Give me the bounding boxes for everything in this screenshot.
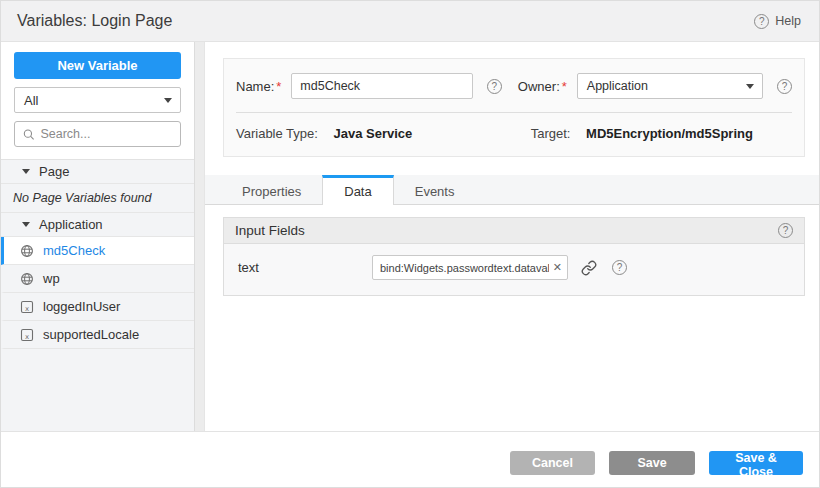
- save-button[interactable]: Save: [609, 451, 695, 475]
- page-variables-empty-text: No Page Variables found: [1, 184, 194, 213]
- search-input[interactable]: [40, 127, 172, 141]
- variable-meta-panel: Name:* Owner:* Application: [223, 58, 805, 157]
- tree-group-page[interactable]: Page: [1, 160, 194, 184]
- input-fields-title: Input Fields: [235, 223, 305, 238]
- input-fields-section: Input Fields text bind:Widgets.passwordt…: [223, 217, 805, 296]
- service-variable-icon: [20, 272, 34, 286]
- variable-type-label: Variable Type:: [236, 126, 318, 141]
- static-variable-icon: x: [20, 328, 34, 342]
- search-box: [14, 121, 181, 147]
- cancel-button[interactable]: Cancel: [510, 451, 595, 475]
- sidebar-scrollbar[interactable]: [194, 42, 205, 431]
- group-label: Application: [39, 217, 103, 232]
- search-icon: [23, 128, 34, 141]
- clear-binding-icon[interactable]: [553, 261, 562, 274]
- group-label: Page: [39, 164, 69, 179]
- field-help-icon[interactable]: [612, 260, 627, 275]
- owner-selected-value: Application: [587, 79, 648, 93]
- collapse-arrow-icon: [22, 169, 30, 174]
- bind-link-icon[interactable]: [581, 260, 597, 276]
- variable-type-pair: Variable Type: Java Service: [236, 126, 531, 141]
- chevron-down-icon: [164, 98, 172, 103]
- variable-item-loggedinuser[interactable]: x loggedInUser: [1, 293, 194, 321]
- owner-select[interactable]: Application: [577, 73, 763, 99]
- new-variable-button[interactable]: New Variable: [14, 52, 181, 79]
- main-panel: Name:* Owner:* Application: [205, 42, 819, 431]
- dialog-header: Variables: Login Page Help: [1, 1, 819, 42]
- input-fields-help-icon[interactable]: [778, 223, 793, 238]
- collapse-arrow-icon: [22, 222, 30, 227]
- type-target-row: Variable Type: Java Service Target: MD5E…: [224, 113, 804, 156]
- name-owner-row: Name:* Owner:* Application: [224, 59, 804, 112]
- variable-label: wp: [43, 271, 60, 286]
- variable-item-supportedlocale[interactable]: x supportedLocale: [1, 321, 194, 349]
- help-label: Help: [775, 14, 801, 28]
- input-fields-header: Input Fields: [224, 218, 804, 244]
- target-pair: Target: MD5Encryption/md5Spring: [531, 126, 753, 141]
- tab-properties[interactable]: Properties: [221, 175, 322, 204]
- variable-label: md5Check: [43, 243, 105, 258]
- dialog-footer: Cancel Save Save & Close: [1, 431, 819, 488]
- page-title: Variables: Login Page: [17, 12, 172, 30]
- variable-label: loggedInUser: [43, 299, 120, 314]
- static-variable-icon: x: [20, 300, 34, 314]
- tab-data[interactable]: Data: [322, 175, 393, 205]
- service-variable-icon: [20, 244, 34, 258]
- svg-text:x: x: [25, 332, 29, 340]
- name-label: Name:*: [236, 79, 281, 94]
- tree-group-application[interactable]: Application: [1, 213, 194, 237]
- name-input[interactable]: [291, 73, 473, 99]
- filter-selected-value: All: [24, 93, 38, 108]
- variable-item-md5check[interactable]: md5Check: [1, 237, 194, 265]
- required-marker: *: [562, 79, 567, 94]
- owner-help-icon[interactable]: [777, 79, 792, 94]
- variables-tree: Page No Page Variables found Application…: [1, 159, 194, 431]
- field-row-text: text bind:Widgets.passwordtext.datavalue: [238, 255, 792, 280]
- help-icon: [754, 14, 769, 29]
- variable-filter-select[interactable]: All: [14, 87, 181, 113]
- sidebar: New Variable All Page No Page Variables …: [1, 42, 194, 431]
- owner-label: Owner:*: [518, 79, 567, 94]
- variable-type-value: Java Service: [334, 126, 413, 141]
- field-name: text: [238, 260, 372, 275]
- bind-expression: bind:Widgets.passwordtext.datavalue: [380, 262, 549, 274]
- required-marker: *: [276, 79, 281, 94]
- dialog-body: New Variable All Page No Page Variables …: [1, 42, 819, 431]
- target-label: Target:: [531, 126, 571, 141]
- text-bind-input[interactable]: bind:Widgets.passwordtext.datavalue: [372, 255, 568, 280]
- save-close-button[interactable]: Save & Close: [709, 451, 803, 475]
- variable-item-wp[interactable]: wp: [1, 265, 194, 293]
- target-value: MD5Encryption/md5Spring: [586, 126, 753, 141]
- chevron-down-icon: [746, 84, 754, 89]
- input-fields-body: text bind:Widgets.passwordtext.datavalue: [224, 244, 804, 295]
- variable-label: supportedLocale: [43, 327, 139, 342]
- name-help-icon[interactable]: [487, 79, 502, 94]
- help-button[interactable]: Help: [754, 14, 801, 29]
- tab-bar: Properties Data Events: [205, 175, 819, 205]
- svg-text:x: x: [25, 304, 29, 312]
- tab-events[interactable]: Events: [394, 175, 476, 204]
- variables-dialog: Variables: Login Page Help New Variable …: [0, 0, 820, 488]
